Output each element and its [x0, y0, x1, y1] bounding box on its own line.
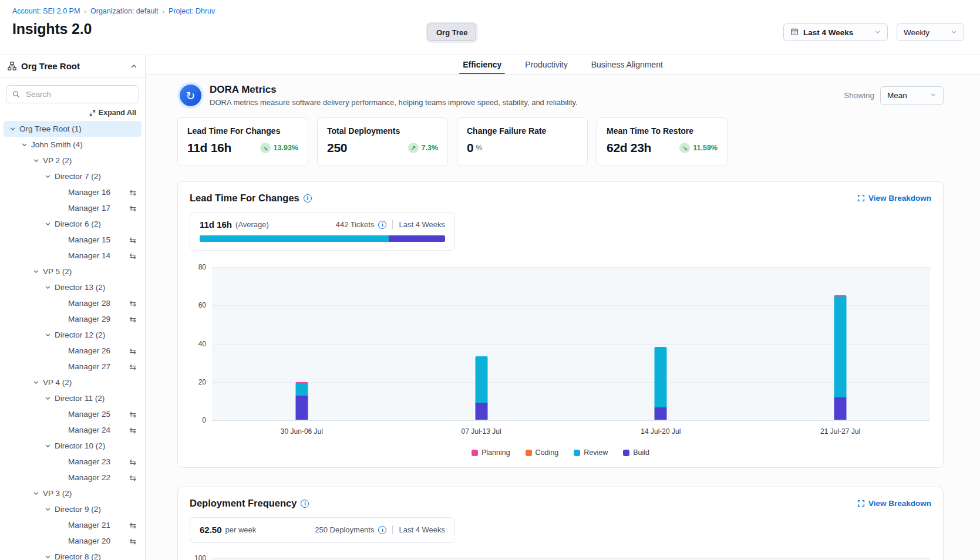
tab-productivity[interactable]: Productivity: [524, 55, 568, 74]
compare-arrows-icon[interactable]: ⇆: [129, 521, 136, 529]
search-input[interactable]: [25, 89, 133, 99]
tree-row[interactable]: Director 7 (2) ⇆: [4, 168, 142, 184]
chevron-down-icon[interactable]: [45, 173, 51, 180]
tree-row[interactable]: Director 10 (2) ⇆: [4, 438, 142, 454]
date-range-select[interactable]: Last 4 Weeks: [783, 23, 888, 41]
info-icon[interactable]: [304, 194, 312, 203]
compare-arrows-icon[interactable]: ⇆: [129, 315, 136, 323]
compare-arrows-icon[interactable]: ⇆: [129, 410, 136, 419]
chevron-down-icon[interactable]: [45, 284, 51, 291]
metric-delta: 7.3%: [422, 144, 439, 152]
tab-efficiency[interactable]: Efficiency: [462, 55, 503, 74]
sidebar-header: Org Tree Root: [0, 55, 145, 77]
view-breakdown-link[interactable]: View Breakdown: [857, 499, 931, 508]
info-icon[interactable]: [301, 500, 309, 508]
tree-row[interactable]: VP 5 (2) ⇆: [4, 264, 142, 279]
tree-row[interactable]: Manager 14 ⇆: [4, 248, 142, 264]
chevron-down-icon[interactable]: [45, 221, 51, 227]
tree-row[interactable]: Manager 25 ⇆: [4, 406, 142, 422]
bar-segment-review: [475, 356, 487, 402]
chevron-down-icon[interactable]: [45, 395, 51, 402]
chevron-down-icon[interactable]: [45, 554, 51, 560]
breadcrumb-link[interactable]: Project: Dhruv: [169, 7, 215, 15]
tree-row[interactable]: Director 13 (2) ⇆: [4, 279, 142, 295]
tree-row[interactable]: Manager 20 ⇆: [4, 533, 142, 549]
tree-row[interactable]: Director 9 (2) ⇆: [4, 501, 142, 517]
chevron-up-icon[interactable]: [130, 63, 137, 70]
expand-icon: [89, 110, 96, 116]
compare-arrows-icon[interactable]: ⇆: [129, 474, 136, 482]
tree-row[interactable]: Manager 28 ⇆: [4, 295, 142, 311]
metric-card-title: Lead Time For Changes: [187, 126, 298, 136]
bar-segment-build: [475, 403, 487, 420]
showing-select[interactable]: Mean: [880, 86, 944, 105]
legend-item-coding[interactable]: Coding: [526, 448, 559, 457]
compare-arrows-icon[interactable]: ⇆: [129, 426, 136, 434]
tree-item-label: Manager 16: [68, 188, 110, 197]
compare-arrows-icon[interactable]: ⇆: [129, 299, 136, 308]
tree-row[interactable]: Director 12 (2) ⇆: [4, 327, 142, 343]
info-icon[interactable]: [378, 221, 386, 229]
tree-row[interactable]: Director 6 (2) ⇆: [4, 216, 142, 232]
chevron-down-icon[interactable]: [33, 268, 39, 275]
tree-row[interactable]: Director 8 (2) ⇆: [4, 549, 142, 560]
compare-arrows-icon[interactable]: ⇆: [129, 236, 136, 244]
legend-item-build[interactable]: Build: [623, 448, 649, 457]
tree-row[interactable]: Manager 21 ⇆: [4, 517, 142, 533]
org-tree-button[interactable]: Org Tree: [427, 23, 476, 41]
chevron-down-icon[interactable]: [33, 157, 39, 164]
metric-card-title: Change Failure Rate: [467, 126, 578, 136]
tree-item-label: Manager 14: [68, 251, 110, 260]
chevron-down-icon[interactable]: [45, 443, 51, 449]
compare-arrows-icon[interactable]: ⇆: [129, 204, 136, 212]
tree-item-label: Manager 20: [68, 537, 110, 545]
legend-label: Review: [584, 448, 608, 457]
granularity-select[interactable]: Weekly: [897, 23, 964, 41]
tree-row[interactable]: Manager 15 ⇆: [4, 232, 142, 248]
tree-row[interactable]: Director 11 (2) ⇆: [4, 390, 142, 406]
tab-business-alignment[interactable]: Business Alignment: [590, 55, 664, 74]
tree-row[interactable]: Manager 16 ⇆: [4, 184, 142, 200]
tree-row[interactable]: Org Tree Root (1) ⇆: [4, 121, 142, 137]
chevron-down-icon[interactable]: [45, 332, 51, 338]
tree-row[interactable]: Manager 24 ⇆: [4, 422, 142, 438]
chevron-down-icon[interactable]: [33, 379, 39, 386]
metric-card-value: 62d 23h: [607, 141, 651, 154]
breadcrumb-link[interactable]: Organization: default: [90, 7, 158, 15]
search-box[interactable]: [6, 85, 139, 103]
tree-row[interactable]: Manager 22 ⇆: [4, 470, 142, 485]
breadcrumb-link[interactable]: Account: SEI 2.0 PM: [12, 7, 80, 15]
org-tree-button-label: Org Tree: [436, 28, 467, 37]
tree-row[interactable]: VP 3 (2) ⇆: [4, 485, 142, 501]
legend-item-review[interactable]: Review: [574, 448, 608, 457]
chevron-down-icon[interactable]: [9, 126, 16, 132]
tree-item-label: John Smith (4): [31, 140, 83, 149]
tree-item-label: Manager 24: [68, 426, 110, 434]
tree-row[interactable]: Manager 27 ⇆: [4, 359, 142, 375]
showing-label: Showing: [844, 91, 874, 100]
tree-row[interactable]: Manager 26 ⇆: [4, 343, 142, 359]
tree-row[interactable]: Manager 17 ⇆: [4, 200, 142, 216]
view-breakdown-link[interactable]: View Breakdown: [857, 194, 931, 203]
compare-arrows-icon[interactable]: ⇆: [129, 347, 136, 355]
tree-row[interactable]: Manager 23 ⇆: [4, 454, 142, 470]
compare-arrows-icon[interactable]: ⇆: [129, 252, 136, 260]
compare-arrows-icon[interactable]: ⇆: [129, 188, 136, 197]
tree-row[interactable]: Manager 29 ⇆: [4, 311, 142, 327]
chevron-down-icon[interactable]: [21, 141, 28, 148]
tree-row[interactable]: John Smith (4) ⇆: [4, 137, 142, 153]
legend-item-planning[interactable]: Planning: [472, 448, 510, 457]
chevron-down-icon[interactable]: [45, 506, 51, 512]
metric-trend-badge: ↘ 13.93%: [260, 143, 298, 153]
tree-row[interactable]: VP 4 (2) ⇆: [4, 375, 142, 390]
metric-card: Mean Time To Restore 62d 23h ↘ 11.59%: [597, 117, 728, 166]
compare-arrows-icon[interactable]: ⇆: [129, 363, 136, 371]
tree-row[interactable]: VP 2 (2) ⇆: [4, 153, 142, 168]
bar-segment-review: [834, 296, 847, 398]
expand-all-button[interactable]: Expand All: [0, 103, 145, 119]
info-icon[interactable]: [378, 526, 386, 534]
compare-arrows-icon[interactable]: ⇆: [129, 537, 136, 545]
compare-arrows-icon[interactable]: ⇆: [129, 458, 136, 466]
trend-down-icon: ↘: [260, 143, 271, 153]
chevron-down-icon[interactable]: [33, 490, 39, 497]
